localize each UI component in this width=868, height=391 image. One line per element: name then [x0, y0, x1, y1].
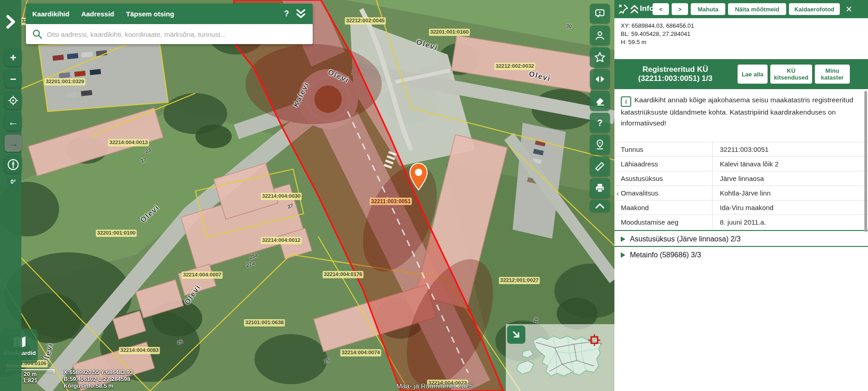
- ruler-icon: [594, 161, 605, 172]
- table-row: Moodustamise aeg 8. juuni 2011.a.: [614, 215, 868, 229]
- table-row: Asustusüksus Järve linnaosa: [614, 171, 868, 186]
- eraser-icon: [594, 95, 605, 106]
- parcel-label: 32212:001:0027: [499, 277, 540, 284]
- info-panel-header: Info < > Mahuta Näita mõõtmeid Kaldaerof…: [614, 0, 868, 18]
- restrictions-button[interactable]: KÜ kitsendused: [770, 65, 812, 84]
- coords-xy: X:6589920.55 Y:686483.93: [64, 369, 133, 376]
- chevron-right-icon: [5, 14, 16, 30]
- zoom-out-button[interactable]: −: [5, 70, 22, 88]
- expand-triangle-icon: [621, 236, 625, 242]
- oblique-photos-button[interactable]: Kaldaerofotod: [789, 3, 840, 15]
- expand-sidebar-button[interactable]: [5, 14, 16, 32]
- section-title: Registreeritud KÜ (32211:003:0051) 1/3: [618, 65, 733, 83]
- add-marker-button[interactable]: [590, 135, 610, 155]
- app-window: 32212:002:004532201:001:016032212:002:00…: [0, 0, 868, 391]
- search-icon: [32, 29, 42, 39]
- table-row: Tunnus 32211:003:0051: [614, 142, 868, 157]
- feedback-bubble-icon: [594, 8, 605, 19]
- selected-parcel-label: 32211:003:0051: [369, 198, 412, 205]
- row-value: Järve linnaosa: [712, 171, 868, 185]
- row-value: 32211:003:0051: [712, 142, 868, 156]
- search-panel-tabs: Kaardikihid Aadressid Täpsem otsing ?: [26, 4, 313, 24]
- arrow-right-icon: →: [8, 137, 19, 150]
- help-button[interactable]: ?: [590, 113, 610, 133]
- clicked-coordinates: XY: 6589844.03, 686456.01 BL: 59.405428,…: [621, 22, 694, 46]
- compare-arrows-icon: [594, 74, 605, 85]
- my-cadastre-button[interactable]: Minu kataster: [815, 65, 850, 84]
- pin-panel-icon[interactable]: [618, 4, 629, 15]
- rotation-reset-chip[interactable]: 0°: [6, 177, 20, 186]
- history-back-button[interactable]: ←: [5, 113, 22, 130]
- table-row: Lähiaadress Kalevi tänava lõik 2: [614, 157, 868, 171]
- tab-tapsem-otsing[interactable]: Täpsem otsing: [126, 10, 174, 18]
- compass-icon: [7, 159, 19, 170]
- help-icon[interactable]: ?: [284, 9, 289, 19]
- collapse-panel-handle[interactable]: ‹: [614, 187, 621, 200]
- fit-to-view-button[interactable]: Mahuta: [691, 3, 725, 15]
- user-account-button[interactable]: [590, 25, 610, 45]
- section-metainfo[interactable]: Metainfo (589686) 3/3: [614, 246, 868, 263]
- close-panel-button[interactable]: ×: [842, 2, 856, 16]
- collapse-toolbar-button[interactable]: [590, 200, 610, 212]
- location-marker-pin: [408, 162, 429, 192]
- question-mark-icon: ?: [597, 118, 603, 128]
- parcel-label: 32212:002:0045: [345, 17, 386, 25]
- history-forward-button[interactable]: →: [5, 135, 22, 152]
- search-bar: [26, 24, 313, 44]
- tab-kaardikihid[interactable]: Kaardikihid: [32, 10, 70, 18]
- row-label: Lähiaadress: [614, 160, 712, 168]
- star-icon: [594, 51, 606, 63]
- parcel-label: 32201:001:0329: [45, 78, 85, 85]
- info-icon: i: [621, 96, 631, 107]
- next-result-button[interactable]: >: [672, 3, 688, 15]
- parcel-label: 32214:004:0176: [323, 271, 364, 278]
- prev-result-button[interactable]: <: [653, 3, 669, 15]
- collapse-overview-button[interactable]: [507, 326, 525, 344]
- panel-scrollbar[interactable]: [864, 91, 867, 232]
- tab-aadressid[interactable]: Aadressid: [81, 10, 115, 18]
- coords-bl: B:59.406102 L:27.284598: [64, 376, 133, 383]
- clear-map-button[interactable]: [590, 91, 610, 111]
- compass-button[interactable]: [5, 156, 22, 173]
- info-panel: Info < > Mahuta Näita mõõtmeid Kaldaerof…: [614, 0, 868, 391]
- download-button[interactable]: Lae alla: [738, 65, 768, 84]
- print-button[interactable]: [590, 178, 610, 198]
- arrow-down-right-icon: [511, 329, 522, 340]
- map-pin-icon: [594, 139, 605, 150]
- overview-map[interactable]: [506, 324, 614, 391]
- row-label: Omavalitsus: [614, 189, 712, 197]
- measure-button[interactable]: [590, 156, 610, 176]
- search-input[interactable]: [46, 30, 308, 39]
- crosshair-locate-icon: [8, 95, 19, 106]
- swipe-compare-button[interactable]: [590, 69, 610, 89]
- zoom-in-button[interactable]: +: [5, 49, 22, 66]
- locate-me-button[interactable]: [5, 92, 22, 109]
- notice-text: Kaardikiht annab kõige ajakohasema seisu…: [621, 96, 853, 127]
- parcel-label: 32212:002:0032: [494, 63, 535, 70]
- copyright-watermark: Maa- ja Ruumiamet 2025: [396, 382, 473, 390]
- coord-xy: XY: 6589844.03, 686456.01: [621, 22, 694, 30]
- coord-h: H: 59.5 m: [621, 38, 694, 46]
- row-label: Asustusüksus: [614, 175, 712, 182]
- search-panel: Kaardikihid Aadressid Täpsem otsing ?: [26, 4, 313, 44]
- section-asustusyksus[interactable]: Asustusüksus (Järve linnaosa) 2/3: [614, 230, 868, 247]
- parcel-label: 32214:004:0007: [182, 271, 223, 279]
- chevron-up-icon: [595, 203, 605, 209]
- table-row: Omavalitsus Kohtla-Järve linn: [614, 186, 868, 201]
- user-icon: [594, 30, 605, 41]
- cursor-coordinates: X:6589920.55 Y:686483.93 B:59.406102 L:2…: [64, 369, 133, 390]
- double-chevron-down-icon[interactable]: [295, 8, 306, 20]
- favorites-button[interactable]: [590, 47, 610, 67]
- double-chevron-up-icon[interactable]: [630, 5, 639, 15]
- show-measurements-button[interactable]: Näita mõõtmeid: [728, 3, 786, 15]
- row-label: Maakond: [614, 204, 712, 211]
- parcel-label: 32214:004:0012: [261, 237, 302, 244]
- row-label: Moodustamise aeg: [614, 218, 712, 226]
- coord-bl: BL: 59.405428, 27.284041: [621, 30, 694, 38]
- arrow-left-icon: ←: [8, 115, 19, 128]
- feedback-button[interactable]: [590, 4, 610, 24]
- parcel-label: 32201:001:0100: [96, 230, 137, 237]
- cadastral-attributes-table: Tunnus 32211:003:0051 Lähiaadress Kalevi…: [614, 142, 868, 229]
- row-value: Kohtla-Järve linn: [712, 186, 868, 200]
- parcel-label: 32214:004:0030: [261, 193, 302, 200]
